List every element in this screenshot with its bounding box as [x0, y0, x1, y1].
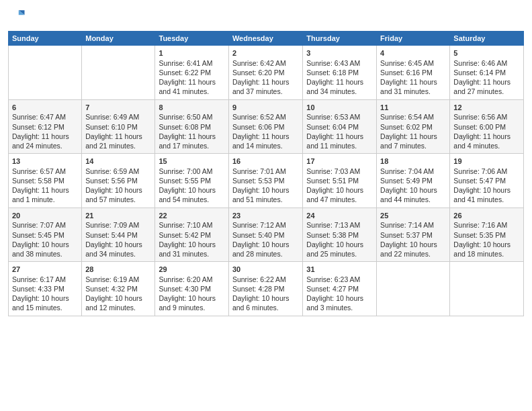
day-number: 10	[306, 103, 373, 113]
cell-content: Daylight: 10 hours and 22 minutes.	[380, 240, 446, 259]
cell-content: Sunset: 6:10 PM	[85, 122, 151, 132]
cell-content: Daylight: 11 hours and 1 minute.	[12, 185, 78, 204]
cell-content: Sunrise: 7:12 AM	[232, 220, 299, 230]
day-number: 1	[159, 48, 224, 58]
cell-content: Sunrise: 6:53 AM	[306, 112, 373, 122]
cell-content: Sunrise: 6:42 AM	[232, 58, 299, 68]
day-number: 8	[159, 103, 224, 113]
cell-content: Sunrise: 7:13 AM	[306, 220, 373, 230]
cell-content: Sunrise: 6:52 AM	[232, 112, 299, 122]
day-number: 13	[12, 156, 78, 167]
day-number: 12	[453, 103, 520, 113]
cell-content: Sunrise: 6:54 AM	[380, 112, 446, 122]
week-row-3: 20Sunrise: 7:07 AMSunset: 5:45 PMDayligh…	[9, 208, 524, 262]
calendar-header-row: SundayMondayTuesdayWednesdayThursdayFrid…	[9, 32, 524, 46]
cell-content: Sunset: 5:49 PM	[380, 176, 446, 185]
logo	[8, 7, 30, 26]
day-number: 20	[12, 211, 78, 221]
cell-content: Sunrise: 7:10 AM	[159, 220, 224, 230]
logo-icon	[8, 7, 27, 26]
day-number: 15	[159, 156, 224, 167]
week-row-4: 27Sunrise: 6:17 AMSunset: 4:33 PMDayligh…	[9, 262, 524, 316]
svg-rect-0	[8, 7, 27, 26]
page-container: SundayMondayTuesdayWednesdayThursdayFrid…	[0, 0, 532, 322]
cell-content: Sunset: 5:42 PM	[159, 230, 224, 240]
cell-content: Daylight: 10 hours and 12 minutes.	[85, 293, 151, 312]
cell-content: Daylight: 10 hours and 25 minutes.	[306, 240, 373, 259]
day-number: 17	[306, 156, 373, 167]
header-friday: Friday	[377, 32, 450, 46]
cell-content: Sunset: 5:51 PM	[306, 176, 373, 185]
calendar-cell: 18Sunrise: 7:04 AMSunset: 5:49 PMDayligh…	[377, 154, 450, 208]
calendar-cell: 10Sunrise: 6:53 AMSunset: 6:04 PMDayligh…	[303, 99, 377, 154]
calendar-cell	[9, 46, 82, 100]
cell-content: Daylight: 10 hours and 57 minutes.	[85, 185, 151, 204]
cell-content: Sunset: 6:08 PM	[159, 122, 224, 132]
cell-content: Sunset: 6:20 PM	[232, 68, 299, 77]
cell-content: Sunset: 6:06 PM	[232, 122, 299, 132]
day-number: 2	[232, 48, 299, 58]
day-number: 27	[12, 265, 78, 275]
calendar-cell: 14Sunrise: 6:59 AMSunset: 5:56 PMDayligh…	[82, 154, 155, 208]
header-tuesday: Tuesday	[155, 32, 228, 46]
cell-content: Sunset: 6:00 PM	[453, 122, 520, 132]
week-row-2: 13Sunrise: 6:57 AMSunset: 5:58 PMDayligh…	[9, 154, 524, 208]
cell-content: Sunset: 5:47 PM	[453, 176, 520, 185]
cell-content: Sunrise: 6:57 AM	[12, 167, 78, 176]
calendar-cell: 2Sunrise: 6:42 AMSunset: 6:20 PMDaylight…	[228, 46, 302, 100]
calendar-cell: 15Sunrise: 7:00 AMSunset: 5:55 PMDayligh…	[155, 154, 228, 208]
day-number: 14	[85, 156, 151, 167]
header	[8, 7, 524, 26]
cell-content: Sunrise: 7:00 AM	[159, 167, 224, 176]
cell-content: Sunrise: 6:22 AM	[232, 275, 299, 284]
day-number: 4	[380, 48, 446, 58]
cell-content: Daylight: 10 hours and 47 minutes.	[306, 185, 373, 204]
calendar-cell: 11Sunrise: 6:54 AMSunset: 6:02 PMDayligh…	[377, 99, 450, 154]
cell-content: Daylight: 11 hours and 4 minutes.	[453, 132, 520, 150]
cell-content: Sunrise: 7:04 AM	[380, 167, 446, 176]
cell-content: Daylight: 11 hours and 31 minutes.	[380, 77, 446, 96]
cell-content: Sunset: 5:44 PM	[85, 230, 151, 240]
calendar-cell: 7Sunrise: 6:49 AMSunset: 6:10 PMDaylight…	[82, 99, 155, 154]
cell-content: Daylight: 10 hours and 51 minutes.	[232, 185, 299, 204]
cell-content: Sunset: 5:53 PM	[232, 176, 299, 185]
cell-content: Sunset: 5:37 PM	[380, 230, 446, 240]
calendar-cell: 19Sunrise: 7:06 AMSunset: 5:47 PMDayligh…	[450, 154, 524, 208]
cell-content: Sunrise: 6:17 AM	[12, 275, 78, 284]
day-number: 22	[159, 211, 224, 221]
cell-content: Daylight: 11 hours and 41 minutes.	[159, 77, 224, 96]
cell-content: Daylight: 11 hours and 37 minutes.	[232, 77, 299, 96]
day-number: 21	[85, 211, 151, 221]
header-monday: Monday	[82, 32, 155, 46]
cell-content: Sunset: 4:33 PM	[12, 284, 78, 293]
day-number: 26	[453, 211, 520, 221]
header-saturday: Saturday	[450, 32, 524, 46]
day-number: 7	[85, 103, 151, 113]
cell-content: Daylight: 10 hours and 34 minutes.	[85, 240, 151, 259]
calendar-cell: 5Sunrise: 6:46 AMSunset: 6:14 PMDaylight…	[450, 46, 524, 100]
header-sunday: Sunday	[9, 32, 82, 46]
cell-content: Sunrise: 6:43 AM	[306, 58, 373, 68]
calendar-cell: 21Sunrise: 7:09 AMSunset: 5:44 PMDayligh…	[82, 208, 155, 262]
cell-content: Sunset: 5:56 PM	[85, 176, 151, 185]
day-number: 19	[453, 156, 520, 167]
calendar-cell: 17Sunrise: 7:03 AMSunset: 5:51 PMDayligh…	[303, 154, 377, 208]
cell-content: Sunrise: 7:07 AM	[12, 220, 78, 230]
cell-content: Daylight: 11 hours and 27 minutes.	[453, 77, 520, 96]
calendar-cell: 20Sunrise: 7:07 AMSunset: 5:45 PMDayligh…	[9, 208, 82, 262]
cell-content: Sunrise: 6:49 AM	[85, 112, 151, 122]
cell-content: Sunrise: 6:59 AM	[85, 167, 151, 176]
cell-content: Daylight: 10 hours and 54 minutes.	[159, 185, 224, 204]
cell-content: Sunrise: 6:50 AM	[159, 112, 224, 122]
day-number: 25	[380, 211, 446, 221]
header-wednesday: Wednesday	[228, 32, 302, 46]
calendar-cell: 16Sunrise: 7:01 AMSunset: 5:53 PMDayligh…	[228, 154, 302, 208]
day-number: 24	[306, 211, 373, 221]
day-number: 31	[306, 265, 373, 275]
cell-content: Daylight: 11 hours and 24 minutes.	[12, 132, 78, 150]
calendar-cell: 28Sunrise: 6:19 AMSunset: 4:32 PMDayligh…	[82, 262, 155, 316]
cell-content: Sunrise: 6:46 AM	[453, 58, 520, 68]
week-row-0: 1Sunrise: 6:41 AMSunset: 6:22 PMDaylight…	[9, 46, 524, 100]
cell-content: Sunset: 5:35 PM	[453, 230, 520, 240]
cell-content: Daylight: 10 hours and 28 minutes.	[232, 240, 299, 259]
